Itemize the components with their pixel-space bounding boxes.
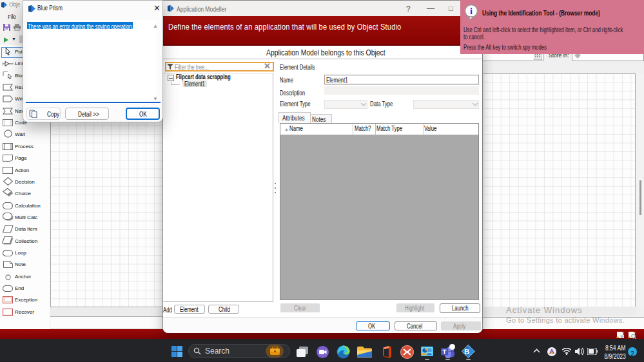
svg-text:i: i bbox=[470, 6, 473, 16]
svg-text:B: B bbox=[464, 348, 469, 356]
